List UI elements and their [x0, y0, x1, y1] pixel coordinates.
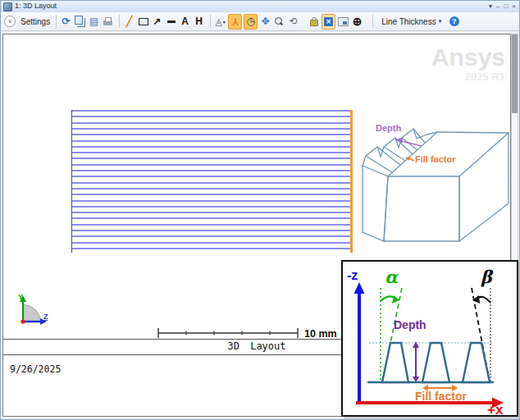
- sketch-fill-factor-label: Fill factor: [415, 154, 456, 164]
- rectangle-icon: [139, 18, 148, 25]
- draw-arrow-button[interactable]: ↗: [151, 15, 163, 29]
- sketch-depth-annotation: Depth: [376, 123, 422, 146]
- dimension-tool-icon: H: [195, 16, 203, 28]
- coordinate-triad: Y Z: [8, 292, 51, 330]
- draw-rectangle-button[interactable]: [137, 15, 149, 29]
- arrow-icon: ↗: [153, 16, 162, 28]
- toolbar: ∨ Settings ⟳ ▤ ╱ ↗ A H ◬ ▾ Y ◷ ✥ ⟲ ✕ ⊕ L…: [1, 12, 519, 31]
- sketch-fill-factor-annotation: Fill factor: [405, 154, 456, 164]
- window-menu-button[interactable]: ▾: [489, 1, 492, 11]
- help-icon: ?: [449, 16, 459, 26]
- minimize-button[interactable]: –: [496, 1, 499, 11]
- depth-arrow-top: [413, 341, 419, 348]
- app-icon: [3, 2, 12, 11]
- help-button[interactable]: ?: [448, 15, 460, 29]
- layout-polygon-object[interactable]: [71, 110, 353, 253]
- refresh-button[interactable]: ⟳: [60, 15, 72, 29]
- print-button[interactable]: [102, 15, 114, 29]
- center-mark-icon: ⊕: [353, 16, 363, 28]
- inset-fill-factor-label: Fill factor: [415, 390, 468, 403]
- line-thickness-dropdown[interactable]: Line Thickness: [381, 17, 436, 26]
- zoom-button[interactable]: [273, 15, 285, 29]
- clock-button[interactable]: ◷: [244, 14, 258, 30]
- block-outline: [363, 129, 509, 241]
- inset-figure: -z +x α β Depth: [343, 262, 517, 415]
- window-image-icon: [338, 17, 349, 26]
- sketch-depth-label: Depth: [376, 123, 401, 133]
- settings-button[interactable]: Settings: [21, 17, 50, 26]
- text-tool-button[interactable]: A: [179, 15, 191, 29]
- line-thickness-caret-icon[interactable]: ▾: [439, 18, 442, 25]
- z-axis-label: Z: [43, 313, 48, 321]
- draw-dash-button[interactable]: [165, 15, 177, 29]
- settings-chevron-icon[interactable]: ∨: [4, 16, 16, 27]
- print-icon: [103, 21, 112, 25]
- dash-icon: [167, 21, 176, 23]
- close-button[interactable]: ×: [512, 1, 516, 11]
- orient-view-icon: Y: [232, 16, 239, 27]
- text-tool-icon: A: [181, 16, 189, 28]
- x-axis-origin-dot: [21, 319, 25, 323]
- dimension-tool-button[interactable]: H: [193, 15, 205, 29]
- watermark-version: 2025 R1: [431, 71, 505, 82]
- tooth-3: [463, 343, 490, 382]
- tooth-2: [422, 343, 449, 382]
- neg-z-label: -z: [347, 268, 358, 282]
- toolbar-separator: [372, 15, 373, 28]
- beta-label: β: [481, 267, 494, 287]
- window-capture-button[interactable]: [337, 15, 349, 29]
- magnifier-icon: [275, 17, 282, 25]
- center-mark-button[interactable]: ⊕: [351, 15, 363, 29]
- orient-view-button[interactable]: Y: [228, 14, 242, 30]
- pan-icon: ✥: [262, 16, 270, 28]
- fit-view-icon: ✕: [324, 17, 333, 26]
- copy-button[interactable]: [74, 15, 86, 29]
- triad-icon: ◬: [215, 16, 221, 28]
- history-icon: ⟲: [290, 16, 298, 28]
- zoom-history-button[interactable]: ⟲: [287, 15, 299, 29]
- y-axis-label: Y: [18, 293, 23, 301]
- watermark: Ansys 2025 R1: [431, 45, 505, 82]
- refresh-icon: ⟳: [62, 16, 71, 28]
- watermark-brand: Ansys: [431, 45, 505, 70]
- copy-icon: [75, 16, 83, 25]
- triad-view-button[interactable]: ◬ ▾: [214, 15, 226, 29]
- inset-depth-label: Depth: [394, 318, 426, 331]
- parameter-inset-diagram: -z +x α β Depth: [341, 260, 518, 417]
- maximize-button[interactable]: □: [504, 1, 508, 11]
- scrollbar-thumb[interactable]: [512, 34, 518, 113]
- toolbar-separator: [210, 15, 211, 28]
- lock-button[interactable]: [308, 15, 320, 29]
- app-window: 1: 3D Layout ▾ – □ × ∨ Settings ⟳ ▤ ╱ ↗ …: [0, 0, 520, 420]
- window-title: 1: 3D Layout: [15, 2, 57, 10]
- neg-z-axis-arrow: [354, 282, 365, 294]
- pos-x-label: +x: [487, 402, 504, 415]
- alpha-label: α: [385, 267, 399, 287]
- tooth-1: [382, 343, 408, 382]
- fit-view-button[interactable]: ✕: [322, 14, 335, 30]
- scale-bar-label: 10 mm: [304, 328, 337, 340]
- draw-line-button[interactable]: ╱: [123, 15, 135, 29]
- draw-line-icon: ╱: [126, 16, 132, 28]
- toolbar-separator: [119, 15, 120, 28]
- lock-icon: [310, 20, 318, 26]
- title-bar: 1: 3D Layout ▾ – □ ×: [1, 1, 519, 13]
- pan-button[interactable]: ✥: [259, 15, 271, 29]
- triad-plane: [23, 304, 41, 322]
- triad-caret-icon: ▾: [223, 19, 226, 25]
- clock-icon: ◷: [246, 16, 254, 28]
- save-image-icon: ▤: [89, 16, 98, 28]
- date-stamp: 9/26/2025: [10, 363, 61, 375]
- grooved-block-sketch: Depth Fill factor: [353, 116, 517, 249]
- toolbar-separator: [56, 15, 57, 28]
- save-image-button[interactable]: ▤: [88, 15, 100, 29]
